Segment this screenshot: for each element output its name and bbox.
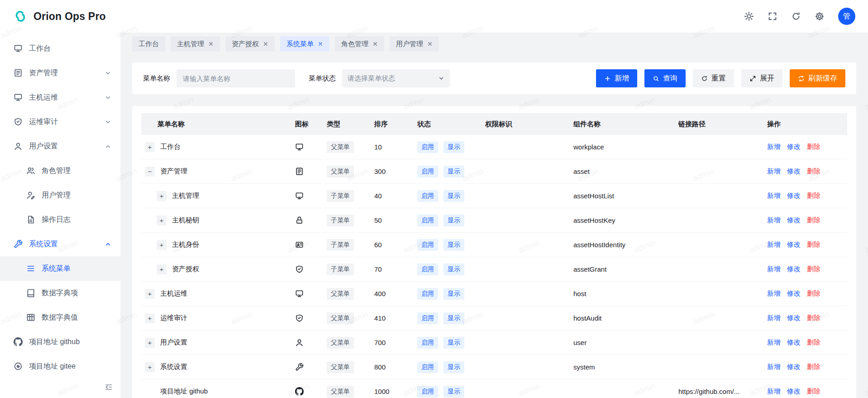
sidebar-item-host-ops[interactable]: 主机运维 — [0, 85, 120, 110]
row-delete-link[interactable]: 删除 — [807, 314, 820, 322]
search-button[interactable]: 查询 — [644, 69, 686, 87]
menu-type-badge: 子菜单 — [327, 264, 354, 275]
audit-shield-icon — [14, 117, 23, 126]
row-delete-link[interactable]: 删除 — [807, 289, 820, 298]
sidebar-item-dict-keys[interactable]: 数据字典项 — [0, 281, 120, 305]
row-expander-button[interactable]: + — [157, 191, 167, 201]
row-add-link[interactable]: 新增 — [767, 216, 781, 225]
row-delete-link[interactable]: 删除 — [807, 265, 820, 273]
sidebar-collapse-icon[interactable] — [104, 383, 113, 392]
row-expander-button[interactable]: + — [145, 142, 155, 152]
tab-host-management[interactable]: 主机管理 — [171, 36, 220, 52]
refresh-icon[interactable] — [791, 11, 801, 21]
row-delete-link[interactable]: 删除 — [807, 240, 820, 249]
app-logo[interactable]: Orion Ops Pro — [13, 9, 106, 24]
row-add-link[interactable]: 新增 — [767, 338, 781, 347]
row-expander-button[interactable]: + — [145, 338, 155, 348]
status-badge: 启用 — [417, 337, 438, 349]
sidebar-item-github-link[interactable]: 项目地址 github — [0, 330, 120, 354]
row-edit-link[interactable]: 修改 — [787, 363, 801, 371]
row-add-link[interactable]: 新增 — [767, 314, 781, 322]
row-edit-link[interactable]: 修改 — [787, 216, 801, 225]
menu-name-input[interactable] — [176, 69, 295, 87]
row-delete-link[interactable]: 删除 — [807, 143, 820, 151]
menu-type-badge: 父菜单 — [327, 361, 354, 373]
menu-status-select[interactable]: 请选择菜单状态 — [342, 69, 450, 87]
tab-asset-grant[interactable]: 资产授权 — [225, 36, 275, 52]
sidebar-item-ops-audit[interactable]: 运维审计 — [0, 110, 120, 134]
row-expander-button[interactable]: + — [145, 313, 155, 323]
status-badge: 启用 — [417, 264, 438, 275]
sidebar-item-gitee-link[interactable]: 项目地址 gitee — [0, 354, 120, 379]
menu-order: 10 — [374, 143, 417, 151]
sidebar-item-system-menu[interactable]: 系统菜单 — [0, 256, 120, 281]
row-edit-link[interactable]: 修改 — [787, 387, 801, 396]
row-expander-button[interactable]: + — [145, 362, 155, 372]
row-add-link[interactable]: 新增 — [767, 167, 781, 176]
row-expander-button[interactable]: + — [145, 289, 155, 299]
row-add-link[interactable]: 新增 — [767, 240, 781, 249]
add-button[interactable]: 新增 — [596, 69, 637, 87]
sidebar-item-system-settings[interactable]: 系统设置 — [0, 232, 120, 256]
app-title: Orion Ops Pro — [33, 10, 106, 23]
menu-name: 主机运维 — [160, 289, 187, 298]
refresh-cache-button[interactable]: 刷新缓存 — [790, 69, 845, 87]
user-avatar[interactable]: 管 — [838, 8, 855, 25]
tab-user-management[interactable]: 用户管理 — [390, 36, 439, 52]
row-expander-button[interactable]: + — [157, 216, 167, 225]
monitor-icon — [295, 289, 304, 298]
sidebar-item-user-settings[interactable]: 用户设置 — [0, 134, 120, 158]
expand-button[interactable]: 展开 — [741, 69, 782, 87]
row-edit-link[interactable]: 修改 — [787, 314, 801, 322]
sidebar-item-role-management[interactable]: 角色管理 — [0, 158, 120, 183]
settings-gear-icon[interactable] — [815, 11, 825, 21]
row-delete-link[interactable]: 删除 — [807, 338, 820, 347]
row-delete-link[interactable]: 删除 — [807, 167, 820, 176]
row-add-link[interactable]: 新增 — [767, 192, 781, 200]
dict-table-icon — [26, 313, 35, 322]
sidebar-item-user-management[interactable]: 用户管理 — [0, 183, 120, 207]
menu-type-badge: 子菜单 — [327, 215, 354, 226]
row-add-link[interactable]: 新增 — [767, 387, 781, 396]
row-add-link[interactable]: 新增 — [767, 143, 781, 151]
row-delete-link[interactable]: 删除 — [807, 216, 820, 225]
row-delete-link[interactable]: 删除 — [807, 363, 820, 371]
menu-type-badge: 父菜单 — [327, 288, 354, 300]
row-delete-link[interactable]: 删除 — [807, 192, 820, 200]
table-row: + 主机秘钥 子菜单 50 启用 显示 assetHostKey 新增 修改 删… — [141, 208, 847, 233]
sidebar-item-asset-management[interactable]: 资产管理 — [0, 61, 120, 85]
reset-button[interactable]: 重置 — [693, 69, 734, 87]
tab-close-icon[interactable] — [208, 41, 214, 47]
row-add-link[interactable]: 新增 — [767, 363, 781, 371]
sidebar-item-workbench[interactable]: 工作台 — [0, 36, 120, 61]
status-badge: 启用 — [417, 288, 438, 300]
row-delete-link[interactable]: 删除 — [807, 387, 820, 396]
tab-close-icon[interactable] — [263, 41, 268, 47]
row-add-link[interactable]: 新增 — [767, 265, 781, 273]
row-edit-link[interactable]: 修改 — [787, 338, 801, 347]
row-edit-link[interactable]: 修改 — [787, 240, 801, 249]
row-edit-link[interactable]: 修改 — [787, 265, 801, 273]
tab-close-icon[interactable] — [427, 41, 433, 47]
row-edit-link[interactable]: 修改 — [787, 289, 801, 298]
sidebar-item-operation-log[interactable]: 操作日志 — [0, 207, 120, 232]
tab-role-management[interactable]: 角色管理 — [335, 36, 384, 52]
row-expander-button[interactable]: − — [145, 167, 155, 177]
tab-workbench[interactable]: 工作台 — [132, 36, 165, 52]
row-add-link[interactable]: 新增 — [767, 289, 781, 298]
theme-toggle-icon[interactable] — [744, 11, 754, 21]
sidebar-item-dict-values[interactable]: 数据字典值 — [0, 305, 120, 330]
reset-icon — [701, 75, 708, 82]
tab-close-icon[interactable] — [372, 41, 378, 47]
row-edit-link[interactable]: 修改 — [787, 192, 801, 200]
row-expander-button[interactable]: + — [157, 240, 167, 250]
workbench-icon — [14, 44, 23, 53]
component-name: user — [573, 339, 678, 346]
tab-system-menu[interactable]: 系统菜单 — [280, 36, 329, 52]
row-edit-link[interactable]: 修改 — [787, 143, 801, 151]
row-expander-button[interactable]: + — [157, 264, 167, 274]
tab-close-icon[interactable] — [318, 41, 323, 47]
fullscreen-icon[interactable] — [768, 11, 777, 21]
row-edit-link[interactable]: 修改 — [787, 167, 801, 176]
shield-icon — [295, 265, 304, 273]
